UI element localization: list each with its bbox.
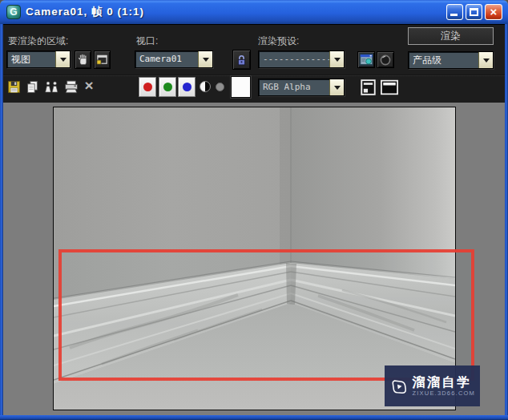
viewport-value: Camera01 bbox=[135, 51, 198, 67]
chevron-down-icon[interactable] bbox=[198, 51, 212, 67]
clone-icon bbox=[44, 80, 59, 94]
green-channel-button[interactable] bbox=[159, 77, 176, 97]
viewport-label: 视口: bbox=[136, 34, 158, 46]
close-button[interactable]: × bbox=[485, 4, 502, 20]
minimize-button[interactable] bbox=[446, 4, 463, 20]
close-icon: × bbox=[486, 5, 502, 19]
lock-viewport-button[interactable] bbox=[232, 50, 251, 70]
render-region-rectangle[interactable] bbox=[58, 249, 474, 381]
pan-hand-icon bbox=[77, 54, 89, 66]
environment-icon bbox=[379, 54, 392, 67]
toolbar-divider bbox=[3, 75, 505, 76]
lock-icon bbox=[236, 54, 248, 67]
viewport-select[interactable]: Camera01 bbox=[135, 50, 213, 68]
area-to-render-select[interactable]: 视图 bbox=[6, 50, 71, 68]
layers-button[interactable] bbox=[359, 77, 377, 97]
titlebar[interactable]: G Camera01, 帧 0 (1:1) × bbox=[0, 0, 508, 24]
maximize-icon bbox=[470, 8, 478, 16]
watermark: 溜溜自学 zixue.3d66.com bbox=[385, 365, 480, 406]
render-mode-select[interactable]: 产品级 bbox=[408, 51, 494, 69]
toggle-ui-overlays-button[interactable] bbox=[379, 77, 399, 97]
render-preset-label: 渲染预设: bbox=[258, 34, 299, 46]
save-icon bbox=[7, 80, 21, 94]
watermark-play-icon bbox=[391, 374, 408, 398]
layers-icon bbox=[361, 79, 376, 95]
window-icon: G bbox=[6, 5, 21, 19]
window-border-left bbox=[0, 24, 3, 415]
render-setup-button[interactable] bbox=[357, 51, 375, 68]
copy-image-button[interactable] bbox=[24, 78, 41, 95]
monochrome-button[interactable] bbox=[200, 81, 211, 92]
area-to-render-label: 要渲染的区域: bbox=[8, 34, 68, 46]
toolbar: 要渲染的区域: 视口: 渲染预设: 视图 bbox=[3, 24, 505, 103]
render-preset-value: --------------- bbox=[259, 51, 329, 67]
copy-icon bbox=[26, 80, 39, 94]
render-setup-icon bbox=[360, 54, 373, 66]
window-border-bottom bbox=[0, 415, 508, 420]
window-border-right bbox=[505, 24, 508, 415]
viewport-overlay-icon bbox=[381, 79, 398, 95]
green-channel-icon bbox=[163, 83, 172, 91]
clear-icon: × bbox=[84, 77, 93, 95]
print-icon bbox=[64, 80, 79, 94]
environment-dialog-button[interactable] bbox=[377, 51, 394, 68]
clone-window-button[interactable] bbox=[42, 78, 61, 95]
pan-button[interactable] bbox=[75, 50, 91, 69]
save-image-button[interactable] bbox=[6, 78, 22, 95]
area-to-render-value: 视图 bbox=[7, 51, 55, 67]
render-mode-value: 产品级 bbox=[409, 52, 478, 68]
edit-region-button[interactable] bbox=[94, 50, 111, 69]
red-channel-icon bbox=[143, 83, 152, 91]
render-preset-select[interactable]: --------------- bbox=[258, 50, 345, 68]
watermark-brand: 溜溜自学 bbox=[413, 375, 475, 390]
render-canvas: 溜溜自学 zixue.3d66.com bbox=[3, 103, 505, 415]
chevron-down-icon[interactable] bbox=[329, 51, 344, 67]
blue-channel-button[interactable] bbox=[178, 77, 196, 97]
chevron-down-icon[interactable] bbox=[55, 51, 70, 67]
watermark-site: zixue.3d66.com bbox=[413, 390, 475, 397]
chevron-down-icon[interactable] bbox=[478, 52, 493, 68]
window-title: Camera01, 帧 0 (1:1) bbox=[26, 0, 144, 24]
edit-region-icon bbox=[96, 54, 108, 66]
maximize-button[interactable] bbox=[466, 4, 482, 20]
blue-channel-icon bbox=[183, 83, 192, 91]
rendered-frame-window: G Camera01, 帧 0 (1:1) × 要渲染的区域: 视口: 渲染预设… bbox=[0, 0, 508, 420]
chevron-down-icon[interactable] bbox=[329, 79, 344, 95]
channel-display-select[interactable]: RGB Alpha bbox=[258, 79, 345, 96]
color-swatch[interactable] bbox=[231, 76, 251, 98]
channel-display-value: RGB Alpha bbox=[259, 79, 329, 95]
minimize-icon bbox=[450, 14, 458, 16]
alpha-channel-button[interactable] bbox=[216, 83, 224, 91]
render-button[interactable]: 渲染 bbox=[408, 27, 494, 45]
clear-button[interactable]: × bbox=[81, 76, 97, 95]
print-image-button[interactable] bbox=[62, 78, 80, 95]
red-channel-button[interactable] bbox=[139, 77, 156, 97]
